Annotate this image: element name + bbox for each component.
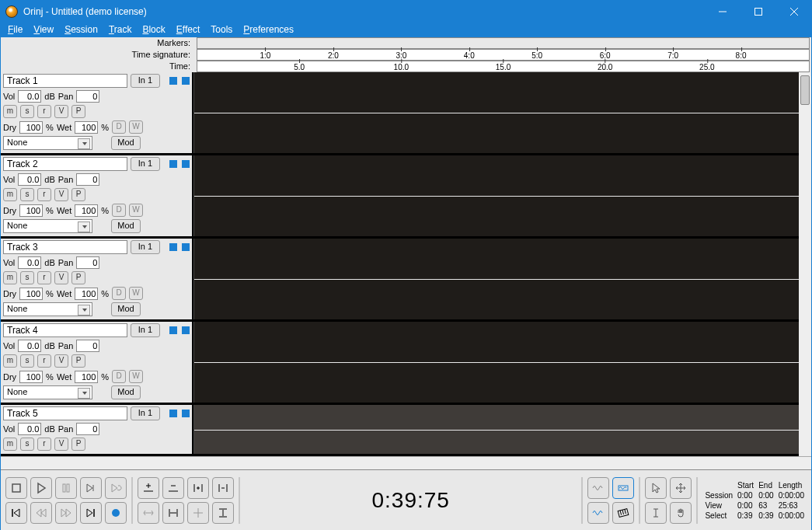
menu-session[interactable]: Session xyxy=(60,23,103,37)
play-button[interactable] xyxy=(30,477,52,499)
ibeam-tool[interactable] xyxy=(645,502,667,524)
dry-toggle[interactable]: D xyxy=(112,370,126,383)
vol-value[interactable]: 0.0 xyxy=(18,173,41,186)
dry-toggle[interactable]: D xyxy=(112,287,126,300)
play-loop-button[interactable] xyxy=(105,477,127,499)
track-r-button[interactable]: r xyxy=(37,438,51,451)
pan-value[interactable]: 0 xyxy=(76,423,99,435)
menu-view[interactable]: View xyxy=(29,23,58,37)
maximize-button[interactable] xyxy=(741,0,776,23)
vol-value[interactable]: 0.0 xyxy=(18,423,41,435)
wet-value[interactable]: 100 xyxy=(75,371,98,383)
track-input-button[interactable]: In 1 xyxy=(131,74,160,88)
close-button[interactable] xyxy=(776,0,812,23)
dry-toggle[interactable]: D xyxy=(112,120,126,134)
midi-edit-button[interactable] xyxy=(612,502,634,524)
dry-value[interactable]: 100 xyxy=(19,288,43,300)
track-s-button[interactable]: s xyxy=(20,354,34,368)
fit-sel-h-button[interactable] xyxy=(138,502,159,524)
stop-button[interactable] xyxy=(5,477,27,499)
track-V-button[interactable]: V xyxy=(54,354,68,368)
record-button[interactable] xyxy=(105,502,127,524)
track-m-button[interactable]: m xyxy=(3,354,17,368)
track-lane[interactable] xyxy=(193,239,811,319)
wet-toggle[interactable]: W xyxy=(129,370,143,383)
track-m-button[interactable]: m xyxy=(3,438,17,451)
track-r-button[interactable]: r xyxy=(37,354,51,368)
track-m-button[interactable]: m xyxy=(3,105,17,118)
menu-tools[interactable]: Tools xyxy=(206,23,237,37)
fast-fwd-button[interactable] xyxy=(80,502,102,524)
track-V-button[interactable]: V xyxy=(54,105,68,118)
hzoom-in-button[interactable] xyxy=(138,477,159,499)
hand-tool[interactable] xyxy=(670,502,692,524)
vzoom-out-button[interactable] xyxy=(212,477,234,499)
track-P-button[interactable]: P xyxy=(71,438,85,451)
loop-range-button[interactable] xyxy=(612,477,634,499)
vol-value[interactable]: 0.0 xyxy=(18,340,41,352)
track-input-button[interactable]: In 1 xyxy=(131,406,160,420)
dry-toggle[interactable]: D xyxy=(112,204,126,217)
track-V-button[interactable]: V xyxy=(54,188,68,201)
effect-select[interactable]: None xyxy=(3,219,92,233)
menu-block[interactable]: Block xyxy=(138,23,169,37)
step-fwd-button[interactable] xyxy=(55,502,77,524)
track-m-button[interactable]: m xyxy=(3,188,17,201)
fit-all-h-button[interactable] xyxy=(162,502,184,524)
wet-toggle[interactable]: W xyxy=(129,287,143,300)
horizontal-scrollbar[interactable] xyxy=(1,456,811,469)
track-P-button[interactable]: P xyxy=(71,188,85,201)
menu-prefs[interactable]: Preferences xyxy=(239,23,298,37)
track-V-button[interactable]: V xyxy=(54,271,68,284)
wet-value[interactable]: 100 xyxy=(75,288,98,300)
pan-value[interactable]: 0 xyxy=(76,256,99,269)
play-sel-button[interactable] xyxy=(80,477,102,499)
track-input-button[interactable]: In 1 xyxy=(131,323,160,337)
move-tool[interactable] xyxy=(670,477,692,499)
effect-select[interactable]: None xyxy=(3,136,92,150)
pan-value[interactable]: 0 xyxy=(76,90,99,103)
dry-value[interactable]: 100 xyxy=(19,204,43,217)
vertical-scrollbar[interactable] xyxy=(799,72,811,456)
wet-toggle[interactable]: W xyxy=(129,120,143,134)
track-input-button[interactable]: In 1 xyxy=(131,240,160,254)
pause-button[interactable] xyxy=(55,477,77,499)
track-lane[interactable] xyxy=(193,72,811,153)
snap-wave-button[interactable] xyxy=(587,477,609,499)
effect-select[interactable]: None xyxy=(3,385,92,399)
effect-select[interactable]: None xyxy=(3,302,92,316)
track-lane[interactable] xyxy=(193,322,811,403)
track-name-input[interactable]: Track 3 xyxy=(3,240,127,254)
track-P-button[interactable]: P xyxy=(71,271,85,284)
pointer-tool[interactable] xyxy=(645,477,667,499)
menu-effect[interactable]: Effect xyxy=(172,23,204,37)
mod-button[interactable]: Mod xyxy=(111,136,141,150)
track-m-button[interactable]: m xyxy=(3,271,17,284)
hzoom-out-button[interactable] xyxy=(162,477,184,499)
vol-value[interactable]: 0.0 xyxy=(18,256,41,269)
track-name-input[interactable]: Track 1 xyxy=(3,74,127,88)
track-lane[interactable] xyxy=(193,155,811,236)
mod-button[interactable]: Mod xyxy=(111,219,141,233)
track-V-button[interactable]: V xyxy=(54,438,68,451)
markers-ruler[interactable] xyxy=(197,37,810,49)
rewind-button[interactable] xyxy=(5,502,27,524)
vzoom-in-button[interactable] xyxy=(187,477,209,499)
menu-track[interactable]: Track xyxy=(104,23,137,37)
wet-value[interactable]: 100 xyxy=(75,204,98,217)
mod-button[interactable]: Mod xyxy=(111,302,141,316)
minimize-button[interactable] xyxy=(705,0,741,23)
track-s-button[interactable]: s xyxy=(20,105,34,118)
track-name-input[interactable]: Track 5 xyxy=(3,406,127,420)
track-s-button[interactable]: s xyxy=(20,438,34,451)
menu-file[interactable]: File xyxy=(3,23,27,37)
track-P-button[interactable]: P xyxy=(71,105,85,118)
track-s-button[interactable]: s xyxy=(20,271,34,284)
track-name-input[interactable]: Track 2 xyxy=(3,157,127,171)
wet-toggle[interactable]: W xyxy=(129,204,143,217)
dry-value[interactable]: 100 xyxy=(19,371,43,383)
pan-value[interactable]: 0 xyxy=(76,173,99,186)
track-s-button[interactable]: s xyxy=(20,188,34,201)
track-r-button[interactable]: r xyxy=(37,105,51,118)
time-ruler[interactable]: 5.010.015.020.025.0 xyxy=(197,61,810,72)
